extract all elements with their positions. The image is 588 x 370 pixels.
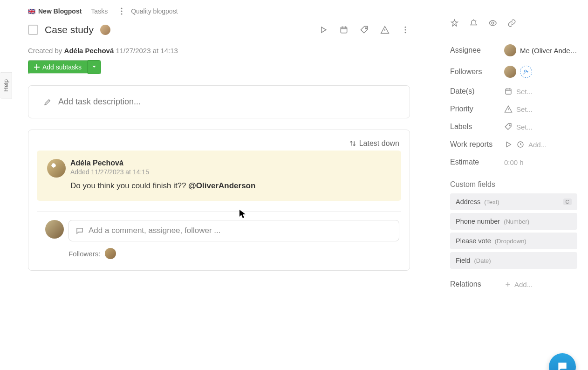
breadcrumb-project[interactable]: 🇬🇧 New Blogpost — [28, 7, 82, 15]
plus-icon — [34, 64, 40, 70]
add-subtasks-label: Add subtasks — [42, 63, 82, 71]
svg-point-8 — [492, 22, 494, 24]
labels-row[interactable]: Labels Set... — [450, 118, 577, 136]
pencil-icon — [43, 98, 52, 106]
calendar-icon[interactable] — [339, 25, 349, 34]
task-title[interactable]: Case study — [45, 24, 94, 35]
star-icon[interactable] — [450, 19, 459, 27]
relations-row: Relations Add... — [450, 280, 577, 288]
tag-icon — [504, 123, 513, 131]
breadcrumb-project-label: New Blogpost — [38, 7, 82, 15]
comment-icon — [75, 226, 84, 235]
link-icon[interactable] — [507, 19, 516, 27]
add-follower-button[interactable] — [520, 66, 532, 78]
add-relation-button[interactable]: Add... — [504, 281, 533, 288]
caret-down-icon — [91, 64, 97, 69]
svg-rect-3 — [341, 27, 347, 33]
custom-fields-title: Custom fields — [450, 180, 577, 189]
flag-icon: 🇬🇧 — [28, 8, 35, 15]
svg-point-11 — [509, 125, 510, 126]
svg-point-2 — [121, 13, 123, 14]
plus-icon — [504, 281, 512, 288]
breadcrumb-tasks[interactable]: Tasks — [91, 7, 108, 15]
sort-button[interactable]: Latest down — [349, 139, 399, 148]
sort-icon — [349, 140, 356, 147]
estimate-row[interactable]: Estimate 0:00 h — [450, 153, 577, 171]
comment-text: Do you think you could finish it?? @Oliv… — [70, 181, 391, 191]
cf-address[interactable]: Address (Text) C — [450, 193, 577, 210]
follower-avatar[interactable] — [105, 248, 116, 259]
add-subtasks-button[interactable]: Add subtasks — [28, 60, 101, 74]
kbd-copy: C — [563, 199, 572, 205]
svg-point-6 — [405, 29, 406, 31]
current-user-avatar — [45, 220, 64, 239]
assignee-row[interactable]: Assignee Me (Oliver Ande… — [450, 40, 577, 61]
breadcrumb-current: Quality blogpost — [131, 7, 178, 15]
assignee-avatar-side — [504, 44, 516, 56]
followers-row: Followers — [450, 61, 577, 82]
assignee-value: Me (Oliver Ande… — [520, 47, 577, 55]
warning-icon — [504, 105, 513, 113]
svg-point-4 — [365, 27, 367, 29]
add-subtasks-dropdown[interactable] — [88, 61, 101, 74]
labels-value: Set... — [516, 123, 533, 131]
comment-avatar[interactable] — [47, 159, 66, 178]
complete-checkbox[interactable] — [28, 25, 38, 35]
svg-point-0 — [121, 7, 123, 9]
play-icon[interactable] — [319, 25, 328, 34]
svg-point-1 — [121, 10, 123, 12]
svg-point-7 — [405, 32, 406, 33]
comment-meta: Added 11/27/2023 at 14:15 — [70, 168, 391, 176]
dates-value: Set... — [516, 88, 533, 96]
calendar-icon — [504, 87, 513, 96]
help-tab[interactable]: Help — [0, 72, 12, 99]
priority-value: Set... — [516, 105, 533, 113]
tag-icon[interactable] — [360, 25, 369, 34]
dates-row[interactable]: Date(s) Set... — [450, 82, 577, 100]
work-reports-row[interactable]: Work reports Add... — [450, 136, 577, 153]
priority-row[interactable]: Priority Set... — [450, 100, 577, 118]
followers-label: Followers: — [68, 250, 100, 258]
description-input[interactable]: Add task description... — [28, 85, 410, 118]
more-icon[interactable] — [401, 25, 410, 34]
svg-rect-10 — [506, 89, 511, 94]
eye-icon[interactable] — [488, 19, 497, 27]
cf-field[interactable]: Field (Date) — [450, 252, 577, 269]
svg-point-5 — [405, 27, 406, 28]
follower-side-avatar[interactable] — [504, 66, 516, 78]
breadcrumb: 🇬🇧 New Blogpost Tasks Quality blogpost — [0, 7, 438, 16]
cf-vote[interactable]: Please vote (Dropdown) — [450, 233, 577, 249]
comments-card: Latest down Adéla Pechová Added 11/27/20… — [28, 130, 410, 271]
assignee-avatar[interactable] — [100, 25, 110, 35]
comment-input-placeholder: Add a comment, assignee, follower ... — [89, 226, 220, 235]
play-icon[interactable] — [504, 140, 513, 149]
chat-icon — [556, 361, 568, 370]
warning-icon[interactable] — [380, 25, 390, 34]
reminder-icon[interactable] — [469, 19, 478, 27]
comment-author: Adéla Pechová — [70, 159, 391, 167]
comment-input[interactable]: Add a comment, assignee, follower ... — [68, 220, 399, 241]
estimate-value: 0:00 h — [504, 158, 524, 166]
svg-point-9 — [524, 70, 526, 72]
comment: Adéla Pechová Added 11/27/2023 at 14:15 … — [37, 151, 401, 201]
created-line: Created by Adéla Pechová 11/27/2023 at 1… — [0, 35, 438, 55]
work-value: Add... — [528, 141, 547, 149]
more-vertical-icon[interactable] — [117, 7, 126, 16]
clock-icon — [516, 140, 525, 149]
description-placeholder: Add task description... — [58, 97, 141, 107]
mention[interactable]: @OliverAnderson — [188, 181, 255, 190]
cf-phone[interactable]: Phone number (Number) — [450, 213, 577, 230]
sort-label: Latest down — [359, 139, 399, 148]
